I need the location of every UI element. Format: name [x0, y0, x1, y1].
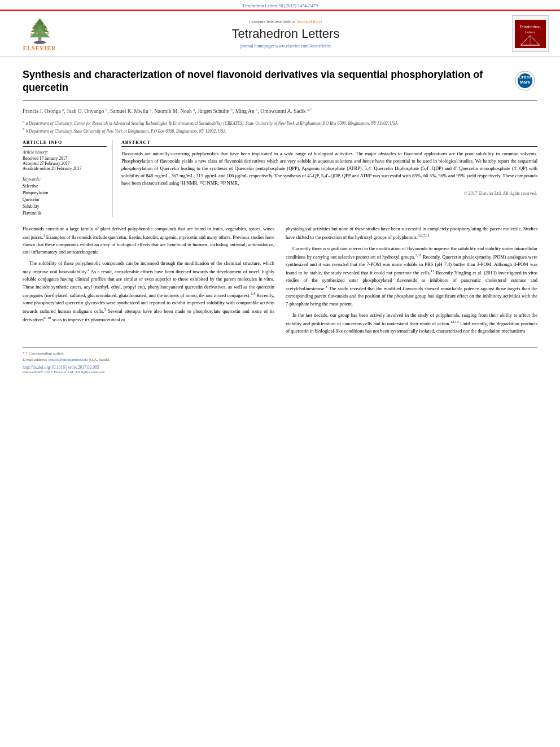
- body-text-left: Flavonoids constitute a large family of …: [23, 225, 274, 324]
- svg-point-7: [32, 29, 34, 32]
- contents-label: Contents lists available at: [250, 19, 296, 24]
- body-text-right: physiological activities but none of the…: [286, 225, 537, 335]
- keyword-2: Phosporylation: [23, 190, 107, 196]
- body-para-5: In the last decade, our group has been a…: [286, 312, 537, 335]
- journal-citation-bar: Tetrahedron Letters 58 (2017) 1474–1479: [0, 0, 560, 10]
- affiliations-section: a a Department of Chemistry, Center for …: [23, 119, 537, 134]
- journal-title: Tetrahedron Letters: [68, 27, 504, 41]
- svg-point-12: [41, 31, 43, 33]
- copyright-line: © 2017 Elsevier Ltd. All rights reserved…: [121, 191, 537, 196]
- accepted-date: Accepted 27 February 2017: [23, 161, 107, 166]
- corresponding-label: * Corresponding author.: [25, 351, 64, 356]
- available-date: Available online 28 February 2017: [23, 166, 107, 171]
- authors-line: Francis J. Osonga a, Joab O. Onyango b, …: [23, 107, 537, 115]
- journal-center-info: Contents lists available at ScienceDirec…: [68, 19, 504, 49]
- sciencedirect-line: Contents lists available at ScienceDirec…: [68, 19, 504, 24]
- svg-text:Letters: Letters: [525, 30, 535, 34]
- body-para-2: The solubility of these polyphenolic com…: [23, 260, 274, 324]
- keyword-4: Solubility: [23, 203, 107, 210]
- keyword-1: Selective: [23, 183, 107, 190]
- body-para-3: physiological activities but none of the…: [286, 225, 537, 241]
- email-address[interactable]: osadik@binghamton.edu: [49, 357, 88, 362]
- svg-rect-13: [515, 20, 546, 48]
- email-line: E-mail address: osadik@binghamton.edu (O…: [23, 357, 537, 363]
- article-title: Synthesis and characterization of novel …: [23, 68, 515, 95]
- tetrahedron-icon: Tetrahedron Letters: [515, 20, 546, 48]
- elsevier-logo-area: ELSEVIER: [11, 16, 68, 51]
- received-date: Received 17 January 2017: [23, 156, 107, 161]
- page-footer: * * Corresponding author. E-mail address…: [23, 347, 537, 374]
- journal-homepage: journal homepage: www.elsevier.com/locat…: [68, 43, 504, 49]
- svg-text:Mark: Mark: [520, 80, 531, 85]
- elsevier-text: ELSEVIER: [23, 45, 56, 51]
- body-columns: Flavonoids constitute a large family of …: [23, 225, 537, 339]
- svg-point-5: [34, 23, 37, 25]
- article-info-panel: ARTICLE INFO Article history: Received 1…: [23, 140, 113, 217]
- homepage-label: journal homepage: www.elsevier.com/locat…: [240, 43, 331, 49]
- abstract-text: Flavonoids are naturally-occurring polyp…: [121, 150, 537, 187]
- body-col-left: Flavonoids constitute a large family of …: [23, 225, 274, 339]
- sciencedirect-link[interactable]: ScienceDirect: [297, 19, 322, 24]
- article-info-abstract: ARTICLE INFO Article history: Received 1…: [23, 140, 537, 217]
- email-suffix: (O.A. Sadik).: [89, 357, 110, 362]
- keyword-5: Flavonoids: [23, 210, 107, 217]
- svg-point-9: [30, 33, 33, 36]
- journal-citation: Tetrahedron Letters 58 (2017) 1474–1479: [242, 3, 318, 8]
- issn-line: 0040-4039/© 2017 Elsevier Ltd. All right…: [23, 370, 537, 374]
- crossmark-icon: Cross Mark: [515, 71, 535, 91]
- doi-link[interactable]: http://dx.doi.org/10.1016/j.tetlet.2017.…: [23, 365, 537, 370]
- elsevier-branding: ELSEVIER: [11, 16, 68, 51]
- corresponding-note: * * Corresponding author.: [23, 351, 537, 357]
- affiliation-b: b b Department of Chemistry, State Unive…: [23, 126, 537, 134]
- body-para-4: Currently there is significant interest …: [286, 245, 537, 308]
- email-label: E-mail address:: [23, 357, 47, 362]
- tet-logo-box: Tetrahedron Letters: [512, 15, 549, 52]
- svg-point-8: [45, 28, 47, 30]
- keyword-3: Quercetin: [23, 196, 107, 203]
- svg-point-11: [36, 32, 38, 34]
- affiliation-a: a a Department of Chemistry, Center for …: [23, 119, 537, 126]
- crossmark-area[interactable]: Cross Mark: [515, 68, 537, 91]
- footer-bottom: http://dx.doi.org/10.1016/j.tetlet.2017.…: [23, 365, 537, 374]
- abstract-title: ABSTRACT: [121, 140, 537, 147]
- article-title-section: Synthesis and characterization of novel …: [23, 68, 537, 101]
- svg-point-10: [47, 32, 49, 34]
- body-col-right: physiological activities but none of the…: [286, 225, 537, 339]
- keywords-label: Keywords:: [23, 177, 107, 182]
- elsevier-tree-icon: [24, 16, 55, 44]
- journal-header: ELSEVIER Contents lists available at Sci…: [0, 10, 560, 57]
- svg-point-1: [33, 41, 46, 44]
- article-info-title: ARTICLE INFO: [23, 140, 107, 147]
- svg-text:Tetrahedron: Tetrahedron: [519, 25, 540, 29]
- keywords-section: Keywords: Selective Phosporylation Querc…: [23, 177, 107, 217]
- abstract-section: ABSTRACT Flavonoids are naturally-occurr…: [121, 140, 537, 217]
- svg-point-6: [42, 24, 45, 27]
- svg-text:Cross: Cross: [519, 75, 532, 80]
- tetrahedron-logo-area: Tetrahedron Letters: [504, 15, 549, 52]
- history-label: Article history:: [23, 150, 107, 155]
- body-para-1: Flavonoids constitute a large family of …: [23, 225, 274, 256]
- main-content: Synthesis and characterization of novel …: [0, 57, 560, 386]
